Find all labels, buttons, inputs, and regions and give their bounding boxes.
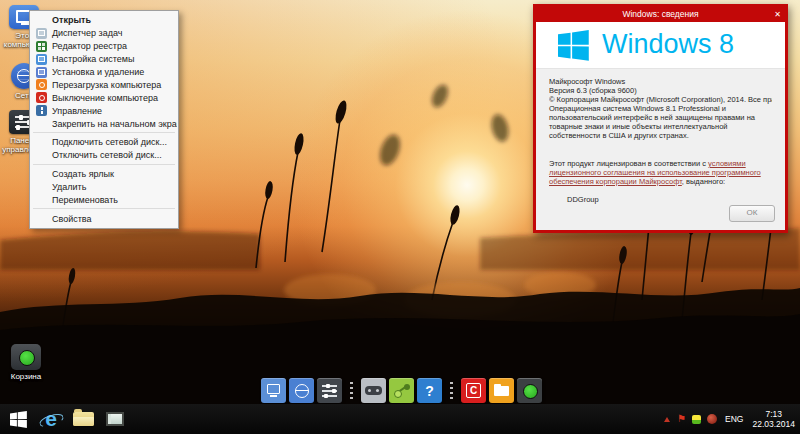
menu-item-label: Управление	[52, 106, 102, 116]
dock-media-icon[interactable]	[389, 378, 414, 403]
context-menu: Открыть Диспетчер задач Редактор реестра…	[29, 10, 179, 229]
dock-help-icon[interactable]: ?	[417, 378, 442, 403]
dock-separator	[450, 382, 453, 399]
menu-separator	[33, 132, 175, 133]
internet-explorer-button[interactable]: e	[38, 404, 64, 434]
app-window-button[interactable]	[102, 404, 128, 434]
menu-item-rename[interactable]: Переименовать	[31, 194, 177, 207]
desktop-icon-recycle-bin[interactable]: Корзина	[3, 344, 49, 381]
desktop: Этот компьютер Сеть Панель управления Ко…	[0, 0, 800, 434]
menu-icon-spacer	[36, 195, 47, 206]
clock-time: 7:13	[752, 409, 795, 419]
menu-item-label: Отключить сетевой диск...	[52, 150, 162, 160]
dock-settings-icon[interactable]	[317, 378, 342, 403]
dock-separator	[350, 382, 353, 399]
about-windows-dialog: Windows: сведения ✕ Windows 8 Майкрософт…	[533, 4, 788, 233]
copyright-line: © Корпорация Майкрософт (Microsoft Corpo…	[549, 95, 772, 104]
menu-item-install-remove[interactable]: Установка и удаление	[31, 66, 177, 79]
windows-logo-icon	[10, 411, 27, 428]
file-explorer-button[interactable]	[70, 404, 96, 434]
tray-indicator-icon[interactable]	[692, 415, 701, 424]
windows-flag-icon	[558, 30, 589, 61]
start-button[interactable]	[4, 404, 32, 434]
version-line: Версия 6.3 (сборка 9600)	[549, 86, 772, 95]
menu-icon-spacer	[36, 150, 47, 161]
dock-computer-icon[interactable]	[261, 378, 286, 403]
license-text: , выданного:	[682, 177, 725, 186]
menu-item-task-manager[interactable]: Диспетчер задач	[31, 27, 177, 40]
menu-item-label: Диспетчер задач	[52, 28, 122, 38]
menu-item-open[interactable]: Открыть	[31, 14, 177, 27]
menu-item-restart[interactable]: Перезагрузка компьютера	[31, 78, 177, 91]
menu-icon-spacer	[36, 137, 47, 148]
menu-item-label: Настройка системы	[52, 54, 135, 64]
system-config-icon	[36, 54, 47, 65]
os-paragraph: Операционная система Windows 8.1 Profess…	[549, 104, 772, 140]
licensee-name: DDGroup	[567, 195, 772, 204]
language-indicator[interactable]: ENG	[725, 414, 743, 424]
action-center-flag-icon[interactable]: ⚑	[677, 414, 686, 424]
product-name: Windows 8	[602, 29, 734, 60]
shutdown-icon	[36, 92, 47, 103]
menu-item-label: Свойства	[52, 214, 92, 224]
menu-item-label: Редактор реестра	[52, 41, 127, 51]
recycle-bin-icon	[11, 344, 41, 370]
app-window-icon	[106, 412, 124, 426]
dialog-title: Windows: сведения	[622, 9, 698, 19]
desktop-icon-label: Корзина	[3, 372, 49, 381]
menu-icon-spacer	[36, 118, 47, 129]
menu-item-label: Закрепить на начальном экране	[52, 119, 177, 129]
menu-icon-spacer	[36, 213, 47, 224]
menu-item-label: Удалить	[52, 182, 86, 192]
menu-item-registry-editor[interactable]: Редактор реестра	[31, 40, 177, 53]
task-manager-icon	[36, 28, 47, 39]
menu-item-create-shortcut[interactable]: Создать ярлык	[31, 168, 177, 181]
menu-item-manage[interactable]: Управление	[31, 104, 177, 117]
menu-item-system-config[interactable]: Настройка системы	[31, 53, 177, 66]
dock-c-app-icon[interactable]: C	[461, 378, 486, 403]
close-icon[interactable]: ✕	[774, 7, 781, 22]
manage-icon	[36, 105, 47, 116]
menu-icon-spacer	[36, 169, 47, 180]
dock-games-icon[interactable]	[361, 378, 386, 403]
menu-item-label: Выключение компьютера	[52, 93, 158, 103]
menu-item-label: Создать ярлык	[52, 169, 114, 179]
menu-icon-spacer	[36, 15, 47, 26]
folder-icon	[73, 412, 94, 426]
dock-recycle-icon[interactable]	[517, 378, 542, 403]
menu-item-pin-to-start[interactable]: Закрепить на начальном экране	[31, 117, 177, 130]
menu-item-delete[interactable]: Удалить	[31, 181, 177, 194]
menu-item-label: Установка и удаление	[52, 67, 144, 77]
dialog-body: Майкрософт Windows Версия 6.3 (сборка 96…	[536, 69, 785, 232]
menu-item-label: Подключить сетевой диск...	[52, 137, 167, 147]
menu-item-label: Перезагрузка компьютера	[52, 80, 161, 90]
show-hidden-icons-arrow-icon[interactable]	[664, 417, 670, 422]
menu-item-label: Переименовать	[52, 195, 118, 205]
dialog-title-bar[interactable]: Windows: сведения ✕	[536, 7, 785, 22]
c-letter-icon: C	[466, 383, 481, 398]
menu-icon-spacer	[36, 182, 47, 193]
install-remove-icon	[36, 67, 47, 78]
volume-icon[interactable]	[707, 414, 717, 424]
menu-item-shutdown[interactable]: Выключение компьютера	[31, 91, 177, 104]
clock[interactable]: 7:13 22.03.2014	[752, 409, 795, 429]
info-line: Майкрософт Windows	[549, 77, 772, 86]
dock: ? C	[261, 377, 542, 404]
registry-editor-icon	[36, 41, 47, 52]
system-tray: ⚑ ENG 7:13 22.03.2014	[664, 404, 798, 434]
restart-icon	[36, 79, 47, 90]
menu-item-label: Открыть	[52, 15, 91, 25]
menu-separator	[33, 164, 175, 165]
license-text: Этот продукт лицензирован в соответствии…	[549, 159, 708, 168]
menu-item-disconnect-network-drive[interactable]: Отключить сетевой диск...	[31, 149, 177, 162]
license-paragraph: Этот продукт лицензирован в соответствии…	[549, 159, 772, 186]
clock-date: 22.03.2014	[752, 419, 795, 429]
menu-item-properties[interactable]: Свойства	[31, 212, 177, 225]
ok-button[interactable]: ОК	[729, 205, 775, 222]
menu-separator	[33, 208, 175, 209]
menu-item-map-network-drive[interactable]: Подключить сетевой диск...	[31, 136, 177, 149]
dock-folder-icon[interactable]	[489, 378, 514, 403]
dialog-logo-strip: Windows 8	[536, 22, 785, 69]
dock-network-icon[interactable]	[289, 378, 314, 403]
question-mark-icon: ?	[417, 378, 442, 403]
